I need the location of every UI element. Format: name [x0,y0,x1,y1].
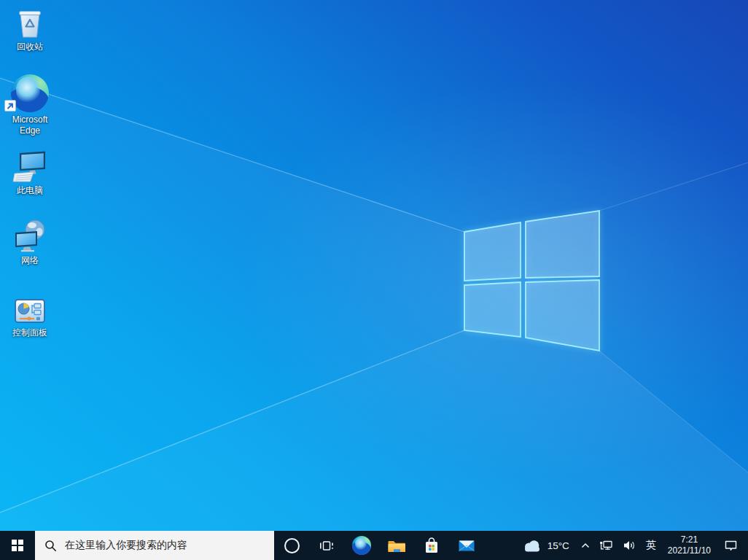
cortana-icon [284,538,300,553]
desktop-icon-this-pc[interactable]: 此电脑 [2,148,58,196]
network-icon [2,217,58,253]
desktop-icon-label: 此电脑 [2,185,58,196]
desktop-icon-label: 网络 [2,255,58,266]
search-placeholder: 在这里输入你要搜索的内容 [65,539,187,552]
system-tray: 15°C [515,531,748,560]
speaker-icon [623,540,636,551]
time-label: 7:21 [681,534,698,545]
desktop-icon-control-panel[interactable]: 控制面板 [2,298,58,338]
date-label: 2021/11/10 [668,545,711,556]
ethernet-network-icon [599,540,614,551]
file-explorer-icon [387,538,406,553]
desktop-icon-network[interactable]: 网络 [2,217,58,266]
language-label: 英 [646,539,656,552]
windows-start-icon [12,540,24,552]
action-center-icon [725,540,737,551]
network-status-button[interactable] [595,531,618,560]
taskbar-cortana-button[interactable] [274,531,309,560]
taskbar-mail-button[interactable] [449,531,484,560]
volume-button[interactable] [618,531,640,560]
taskbar-file-explorer-button[interactable] [379,531,414,560]
search-icon [44,540,57,552]
clock[interactable]: 7:21 2021/11/10 [662,531,717,560]
desktop-icon-microsoft-edge[interactable]: Microsoft Edge [2,73,58,136]
control-panel-icon [2,298,58,325]
mail-icon [458,539,475,553]
temperature-label: 15°C [548,540,569,551]
desktop-icon-recycle-bin[interactable]: 回收站 [2,6,58,52]
desktop: 回收站 Microsoft Edge [0,0,748,560]
task-view-icon [319,540,334,552]
shortcut-arrow-icon [4,100,16,112]
chevron-up-icon [580,542,591,549]
windows-logo [464,211,599,351]
edge-icon [352,536,371,555]
action-center-button[interactable] [717,531,745,560]
this-pc-icon [2,148,58,183]
start-button[interactable] [0,531,35,560]
taskbar-edge-button[interactable] [344,531,379,560]
recycle-bin-icon [2,6,58,39]
taskbar-task-view-button[interactable] [309,531,344,560]
desktop-icon-label: 控制面板 [2,327,58,338]
microsoft-edge-icon [2,73,58,112]
taskbar: 在这里输入你要搜索的内容 [0,531,748,560]
language-indicator[interactable]: 英 [640,531,662,560]
show-hidden-icons-button[interactable] [576,531,595,560]
taskbar-store-button[interactable] [414,531,449,560]
weather-widget[interactable]: 15°C [515,531,576,560]
wallpaper-light-rays [0,0,748,560]
desktop-icon-label: 回收站 [2,42,58,52]
taskbar-search-box[interactable]: 在这里输入你要搜索的内容 [35,531,274,560]
cloud-icon [522,539,542,552]
desktop-icon-label: Microsoft Edge [2,114,58,136]
microsoft-store-icon [424,537,440,554]
